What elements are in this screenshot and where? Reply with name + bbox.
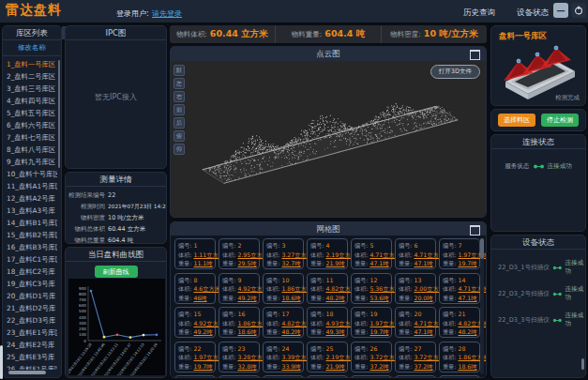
grid-cell[interactable] bbox=[263, 375, 304, 377]
sidebar-item[interactable]: 7_盘料七号库区 bbox=[3, 131, 57, 144]
cell-field: 重量:46吨 bbox=[178, 294, 215, 303]
point-cloud-panel: 点云图 默左右前后俯仰 打开3D文件 bbox=[170, 46, 487, 218]
view-button-后[interactable]: 后 bbox=[173, 117, 185, 129]
grid-cell[interactable]: 编号:2体积:2.95立方米重量:29.5吨 bbox=[219, 238, 260, 269]
sidebar-item[interactable]: 24_盘料E2号库 bbox=[3, 339, 57, 351]
grid-cell[interactable]: 编号:11体积:4.82立方米重量:48.2吨 bbox=[307, 273, 348, 304]
cell-field: 编号:25 bbox=[310, 344, 347, 354]
sidebar-item[interactable]: 11_盘料A1号库区 bbox=[3, 180, 57, 192]
sidebar-item[interactable]: 15_盘料B2号库区 bbox=[3, 229, 57, 241]
grid-cell[interactable] bbox=[307, 375, 348, 377]
refresh-curve-button[interactable]: 刷新曲线 bbox=[95, 266, 138, 278]
grid-cell[interactable]: 编号:16体积:1.86立方米重量:18.6吨 bbox=[219, 307, 260, 338]
sidebar-item[interactable]: 13_盘料A3号库 bbox=[3, 205, 57, 217]
grid-cell[interactable]: 编号:8体积:4.6立方米重量:46吨 bbox=[174, 273, 216, 304]
sidebar-item[interactable]: 19_盘料C3号库 bbox=[3, 278, 57, 290]
grid-cell[interactable]: 编号:4体积:2.19立方米重量:21.9吨 bbox=[307, 238, 348, 269]
grid-cell[interactable]: 编号:23体积:3.28立方米重量:32.8吨 bbox=[219, 342, 260, 372]
grid-cell[interactable]: 编号:13体积:2.00立方米重量:20.0吨 bbox=[395, 273, 436, 304]
sidebar-item[interactable]: 4_盘料四号库区 bbox=[3, 95, 57, 107]
grid-cell[interactable]: 编号:9体积:4.92立方米重量:49.2吨 bbox=[219, 273, 260, 304]
zone-list-hscrollbar[interactable] bbox=[8, 371, 46, 374]
cell-field-label: 体积: bbox=[222, 354, 235, 360]
cell-field: 编号:8 bbox=[178, 276, 215, 285]
sidebar-item[interactable]: 3_盘料三号库区 bbox=[3, 83, 57, 95]
grid-cell[interactable]: 编号:19体积:1.97立方米重量:19.7吨 bbox=[351, 307, 392, 338]
power-button[interactable] bbox=[571, 3, 586, 18]
grid-cell[interactable]: 编号:12体积:5.36立方米重量:53.6吨 bbox=[351, 273, 392, 304]
minimize-button[interactable]: — bbox=[553, 3, 568, 18]
sidebar-item[interactable]: 26_盘料F1号库区 bbox=[3, 363, 57, 370]
grid-scrollbar-track[interactable] bbox=[480, 238, 484, 374]
sidebar-item[interactable]: 22_盘料D3号库 bbox=[3, 314, 57, 327]
top-bar: 雷达盘料 登录用户: 请先登录 历史查询 设备状态 — bbox=[0, 0, 588, 23]
view-button-默[interactable]: 默 bbox=[173, 65, 185, 76]
sidebar-item[interactable]: 23_盘料E1号库区 bbox=[3, 327, 57, 339]
view-button-右[interactable]: 右 bbox=[173, 91, 185, 102]
sidebar-item[interactable]: 18_盘料C2号库 bbox=[3, 266, 57, 278]
grid-cell[interactable]: 编号:22体积:1.97立方米重量:19.7吨 bbox=[174, 342, 216, 372]
sidebar-item[interactable]: 14_盘料B1号库区 bbox=[3, 217, 57, 229]
maximize-icon[interactable] bbox=[470, 225, 480, 236]
cell-field-value: 47.1吨 bbox=[414, 260, 432, 266]
grid-cell[interactable]: 编号:14体积:4.71立方米重量:47.1吨 bbox=[439, 273, 480, 304]
point-cloud-title: 点云图 bbox=[316, 49, 340, 58]
sidebar-item[interactable]: 20_盘料D1号库 bbox=[3, 290, 57, 302]
grid-cell[interactable]: 编号:27体积:3.72立方米重量:37.2吨 bbox=[395, 342, 436, 372]
grid-cell[interactable]: 编号:10体积:1.86立方米重量:18.6吨 bbox=[263, 273, 304, 304]
sidebar-item[interactable]: 1_盘料一号库区 bbox=[3, 58, 57, 70]
grid-cell[interactable]: 编号:1体积:1.11立方米重量:11.1吨 bbox=[174, 238, 216, 269]
sidebar-item[interactable]: 12_盘料A2号库 bbox=[3, 192, 57, 205]
grid-cell[interactable]: 编号:28体积:1.86立方米重量:18.6吨 bbox=[439, 342, 480, 372]
grid-cell[interactable]: 编号:3体积:3.27立方米重量:32.7吨 bbox=[263, 238, 304, 269]
device-panel-scrollbar[interactable] bbox=[581, 358, 584, 370]
grid-cell[interactable] bbox=[395, 375, 436, 377]
sidebar-item[interactable]: 10_盘料十号库区 bbox=[3, 168, 57, 180]
point-cloud-viewport[interactable]: 默左右前后俯仰 打开3D文件 bbox=[171, 61, 486, 218]
scan-status-caption: 检测完成 bbox=[555, 94, 580, 102]
zone-list-scrollbar[interactable] bbox=[58, 60, 61, 168]
history-query-link[interactable]: 历史查询 bbox=[463, 8, 495, 19]
grid-cell[interactable]: 编号:17体积:4.82立方米重量:48.2吨 bbox=[263, 307, 304, 338]
cell-field-value: 53.6吨 bbox=[369, 295, 388, 301]
sidebar-item[interactable]: 2_盘料二号库区 bbox=[3, 70, 57, 83]
grid-cell[interactable]: 编号:20体积:4.71立方米重量:47.1吨 bbox=[395, 307, 436, 338]
view-button-仰[interactable]: 仰 bbox=[173, 144, 185, 155]
grid-cell[interactable]: 编号:18体积:4.93立方米重量:49.3吨 bbox=[307, 307, 348, 338]
view-button-左[interactable]: 左 bbox=[173, 78, 185, 89]
open-3d-file-button[interactable]: 打开3D文件 bbox=[430, 65, 480, 79]
login-link[interactable]: 请先登录 bbox=[152, 8, 182, 19]
grid-cell[interactable] bbox=[174, 375, 216, 377]
grid-cell[interactable]: 编号:6体积:4.71立方米重量:47.1吨 bbox=[395, 238, 436, 269]
grid-cell[interactable] bbox=[219, 375, 260, 377]
cell-field: 编号:6 bbox=[399, 241, 435, 251]
cell-field: 重量:48.2吨 bbox=[266, 327, 303, 337]
grid-cell[interactable] bbox=[351, 375, 392, 377]
grid-cell[interactable]: 编号:26体积:3.72立方米重量:37.2吨 bbox=[351, 342, 392, 372]
grid-cell[interactable]: 编号:24体积:3.39立方米重量:33.9吨 bbox=[263, 342, 304, 372]
sidebar-item[interactable]: 9_盘料九号库区 bbox=[3, 156, 57, 168]
select-zone-button[interactable]: 选择料区 bbox=[498, 114, 535, 127]
grid-cell[interactable]: 编号:15体积:4.92立方米重量:49.2吨 bbox=[174, 307, 216, 338]
grid-cell[interactable]: 编号:5体积:4.71立方米重量:47.1吨 bbox=[351, 238, 392, 269]
cell-field-label: 编号: bbox=[354, 242, 368, 249]
sidebar-item[interactable]: 21_盘料D2号库 bbox=[3, 302, 57, 314]
sidebar-item[interactable]: 6_盘料六号库区 bbox=[3, 119, 57, 131]
view-button-前[interactable]: 前 bbox=[173, 104, 185, 115]
window-scrollbar[interactable] bbox=[0, 345, 3, 379]
sidebar-item[interactable]: 16_盘料B3号库区 bbox=[3, 241, 57, 253]
grid-cell[interactable] bbox=[439, 375, 480, 377]
sidebar-item[interactable]: 8_盘料八号库区 bbox=[3, 144, 57, 156]
sidebar-item[interactable]: 5_盘料五号库区 bbox=[3, 107, 57, 119]
sidebar-item[interactable]: 17_盘料C1号库区 bbox=[3, 253, 57, 266]
sidebar-item[interactable]: 25_盘料E3号库 bbox=[3, 351, 57, 363]
grid-cell[interactable]: 编号:7体积:1.97立方米重量:19.7吨 bbox=[439, 238, 480, 269]
maximize-icon[interactable] bbox=[470, 50, 480, 60]
grid-cell[interactable]: 编号:25体积:2.19立方米重量:21.9吨 bbox=[307, 342, 348, 372]
stop-detect-button[interactable]: 停止检测 bbox=[541, 114, 579, 127]
device-status-link[interactable]: 设备状态 bbox=[517, 8, 549, 19]
grid-cell[interactable]: 编号:21体积:4.82立方米重量:48.2吨 bbox=[439, 307, 480, 338]
rename-zone-link[interactable]: 修改名称 bbox=[3, 40, 61, 56]
grid-scrollbar-thumb[interactable] bbox=[480, 238, 484, 259]
view-button-俯[interactable]: 俯 bbox=[173, 130, 185, 142]
